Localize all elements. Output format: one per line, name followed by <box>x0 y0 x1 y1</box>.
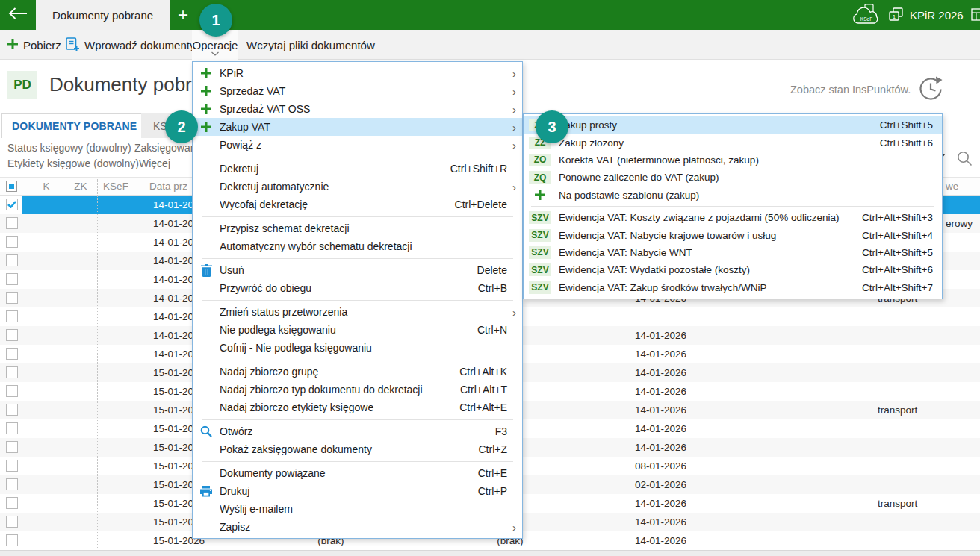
pobierz-label: Pobierz <box>23 39 61 51</box>
menu-separator <box>531 206 934 207</box>
wprowadz-dokumenty-button[interactable]: Wprowadź dokumenty <box>66 30 195 60</box>
menu-item-label: Nadaj zbiorczo grupę <box>220 366 450 378</box>
select-all-checkbox[interactable] <box>6 181 17 192</box>
submenu-item-ewidencja-vat-wydatki-pozosta-e-koszty[interactable]: SZVEwidencja VAT: Wydatki pozostałe (kos… <box>524 261 942 278</box>
row-checkbox[interactable] <box>6 460 18 472</box>
menu-item-usun[interactable]: UsuńDelete <box>193 261 522 279</box>
row-checkbox[interactable] <box>6 422 18 434</box>
pobierz-button[interactable]: Pobierz <box>7 30 61 60</box>
menu-item-sprzedaz-vat-oss[interactable]: Sprzedaż VAT OSS› <box>193 100 522 118</box>
column-header-zk[interactable]: ZK <box>66 178 96 196</box>
menu-item-zapisz[interactable]: Zapisz› <box>193 518 522 536</box>
row-checkbox[interactable] <box>6 254 18 266</box>
submenu-item-korekta-vat-nieterminowe-p-atnosci-zakup[interactable]: ZOKorekta VAT (nieterminowe płatności, z… <box>524 152 942 169</box>
window-tab-dokumenty-pobrane[interactable]: Dokumenty pobrane <box>36 0 170 30</box>
submenu-arrow-icon: › <box>507 307 516 318</box>
submenu-arrow-icon: › <box>507 86 516 97</box>
row-checkbox[interactable] <box>6 199 18 210</box>
menu-item-label: Przypisz schemat dekretacji <box>220 222 498 234</box>
submenu-item-zakup-prosty[interactable]: ZXZakup prostyCtrl+Shift+5 <box>524 116 942 134</box>
filter-status-ksiegowy[interactable]: Status księgowy (dowolny) <box>7 142 131 154</box>
row-checkbox[interactable] <box>6 348 18 360</box>
menu-item-dekretuj[interactable]: DekretujCtrl+Shift+R <box>193 160 522 178</box>
row-checkbox[interactable] <box>6 310 18 322</box>
row-checkbox[interactable] <box>6 236 18 248</box>
menu-item-dokumenty-powiazane[interactable]: Dokumenty powiązaneCtrl+E <box>193 464 522 482</box>
submenu-item-label: Ewidencja VAT: Zakup środków trwałych/WN… <box>559 282 855 293</box>
menu-item-nie-podlega-ksiegowaniu[interactable]: Nie podlega księgowaniuCtrl+N <box>193 321 522 339</box>
menu-item-nadaj-zbiorczo-etykiety-ksiegowe[interactable]: Nadaj zbiorczo etykiety księgoweCtrl+Alt… <box>193 399 522 416</box>
plus-icon <box>7 39 18 51</box>
search-icon[interactable] <box>957 151 973 169</box>
column-header-data[interactable]: Data prz <box>149 178 187 196</box>
submenu-item-ponowne-zaliczenie-do-vat-zakup[interactable]: ZQPonowne zaliczenie do VAT (zakup) <box>524 169 942 186</box>
row-checkbox[interactable] <box>6 385 18 397</box>
filter-wiecej[interactable]: Więcej <box>139 157 170 169</box>
new-tab-button[interactable]: + <box>172 0 194 30</box>
submenu-item-label: Na podstawie szablonu (zakup) <box>559 190 925 201</box>
menu-separator <box>202 157 513 157</box>
menu-item-kpir[interactable]: KPiR› <box>193 64 522 82</box>
column-header-k[interactable]: K <box>30 178 63 196</box>
ksef-cloud-icon[interactable]: KSeF <box>852 4 884 29</box>
menu-item-dekretuj-automatycznie[interactable]: Dekretuj automatycznie› <box>193 178 522 196</box>
row-checkbox[interactable] <box>6 441 18 453</box>
menu-item-sprzedaz-vat[interactable]: Sprzedaż VAT› <box>193 82 522 100</box>
column-header-ksef[interactable]: KSeF <box>96 178 136 196</box>
menu-separator <box>202 461 513 462</box>
menu-item-label: Powiąż z <box>220 139 498 151</box>
menu-item-automatyczny-wybor-schematu-dekretacji[interactable]: Automatyczny wybór schematu dekretacji <box>193 237 522 255</box>
row-checkbox[interactable] <box>6 292 18 304</box>
menu-item-przywroc-do-obiegu[interactable]: Przywróć do obieguCtrl+B <box>193 279 522 297</box>
tab-dokumenty-pobrane[interactable]: DOKUMENTY POBRANE <box>1 113 147 138</box>
svg-text:1: 1 <box>893 13 896 20</box>
back-button[interactable] <box>0 0 36 30</box>
step-badge-1: 1 <box>199 4 232 37</box>
menu-separator <box>202 300 513 301</box>
submenu-item-ewidencja-vat-zakup-srodkow-trwa-ych-wnip[interactable]: SZVEwidencja VAT: Zakup środków trwałych… <box>524 279 942 296</box>
menu-item-przypisz-schemat-dekretacji[interactable]: Przypisz schemat dekretacji <box>193 219 522 237</box>
filter-zaksiegowan[interactable]: Zaksięgowan <box>134 142 196 154</box>
column-header-fragment[interactable]: we <box>946 178 958 196</box>
row-checkbox[interactable] <box>6 516 18 528</box>
menu-item-shortcut: Ctrl+N <box>477 324 507 336</box>
row-checkbox[interactable] <box>6 366 18 378</box>
menu-item-nadaj-zbiorczo-typ-dokumentu-do-dekretacji[interactable]: Nadaj zbiorczo typ dokumentu do dekretac… <box>193 381 522 399</box>
row-checkbox[interactable] <box>6 329 18 341</box>
menu-item-wycofaj-dekretacje[interactable]: Wycofaj dekretacjęCtrl+Delete <box>193 196 522 213</box>
menu-item-nadaj-zbiorczo-grupe[interactable]: Nadaj zbiorczo grupęCtrl+Alt+K <box>193 363 522 381</box>
menu-item-wyslij-e-mailem[interactable]: Wyślij e-mailem <box>193 500 522 518</box>
row-checkbox[interactable] <box>6 478 18 490</box>
period-window-icon[interactable]: 1 <box>889 7 904 25</box>
menu-item-otworz[interactable]: OtwórzF3 <box>193 422 522 440</box>
filter-etykiety-ksiegowe[interactable]: Etykiety księgowe (dowolny) <box>7 157 139 169</box>
submenu-item-na-podstawie-szablonu-zakup[interactable]: Na podstawie szablonu (zakup) <box>524 187 942 204</box>
menu-item-powiaz-z[interactable]: Powiąż z› <box>193 136 522 154</box>
row-checkbox[interactable] <box>6 217 18 229</box>
menu-item-zakup-vat[interactable]: Zakup VAT› <box>193 118 522 136</box>
cell-right-fragment: erowy <box>946 214 973 233</box>
submenu-item-shortcut: Ctrl+Alt+Shift+6 <box>862 264 933 275</box>
history-clock-icon[interactable] <box>916 74 946 107</box>
row-checkbox[interactable] <box>6 534 18 546</box>
row-checkbox[interactable] <box>6 273 18 285</box>
menu-item-pokaz-zaksiegowane-dokumenty[interactable]: Pokaż zaksięgowane dokumentyCtrl+Z <box>193 440 522 458</box>
row-checkbox[interactable] <box>6 404 18 416</box>
menu-item-drukuj[interactable]: DrukujCtrl+P <box>193 482 522 500</box>
period-label[interactable]: KPiR 2026 <box>910 0 964 30</box>
submenu-item-ewidencja-vat-koszty-zwiazane-z-pojazdami-50-odliczenia[interactable]: SZVEwidencja VAT: Koszty związane z poja… <box>524 209 942 226</box>
plus-icon <box>529 189 551 202</box>
document-add-icon <box>66 37 79 53</box>
submenu-item-zakup-z-ozony[interactable]: ZZZakup złożonyCtrl+Shift+6 <box>524 134 942 151</box>
submenu-item-ewidencja-vat-nabycie-wnt[interactable]: SZVEwidencja VAT: Nabycie WNTCtrl+Alt+Sh… <box>524 244 942 261</box>
menu-item-cofnij-nie-podlega-ksiegowaniu[interactable]: Cofnij - Nie podlega księgowaniu <box>193 339 522 357</box>
menu-item-zmien-status-przetworzenia[interactable]: Zmień status przetworzenia› <box>193 303 522 321</box>
top-bar: Dokumenty pobrane + KSeF 1 KPiR 2026 <box>0 0 980 30</box>
cell-date-issued: 14-01-2026 <box>635 531 686 550</box>
grid-icon-partial[interactable] <box>971 8 980 24</box>
svg-text:KSeF: KSeF <box>860 16 872 22</box>
inspunkty-link[interactable]: Zobacz stan InsPunktów. <box>790 84 911 96</box>
row-checkbox[interactable] <box>6 497 18 509</box>
wczytaj-pliki-button[interactable]: Wczytaj pliki dokumentów <box>246 30 375 60</box>
submenu-item-ewidencja-vat-nabycie-krajowe-towarow-i-us-ug[interactable]: SZVEwidencja VAT: Nabycie krajowe towaró… <box>524 226 942 243</box>
